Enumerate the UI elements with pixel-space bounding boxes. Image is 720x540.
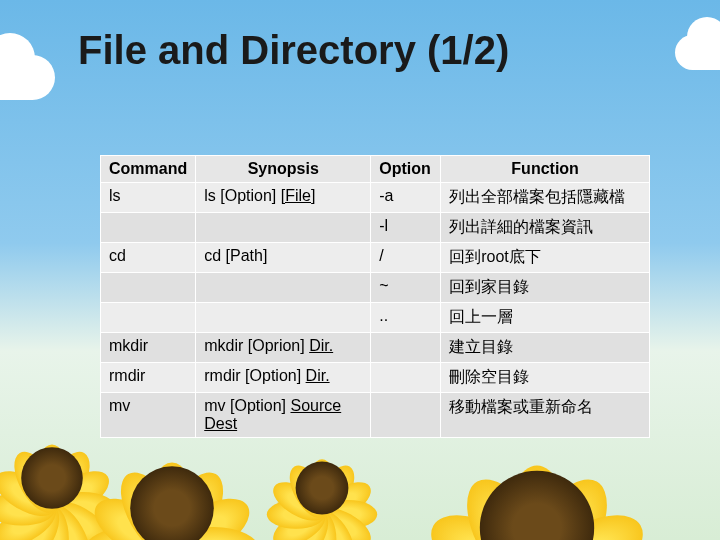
- cell-command: cd: [101, 243, 196, 273]
- table-row: cdcd [Path]/回到root底下: [101, 243, 650, 273]
- cell-command: ls: [101, 183, 196, 213]
- cell-command: [101, 303, 196, 333]
- cloud-decor: [675, 35, 720, 70]
- cell-synopsis: mv [Option] Source Dest: [196, 393, 371, 438]
- page-title: File and Directory (1/2): [78, 28, 509, 73]
- cell-synopsis: [196, 303, 371, 333]
- cell-function: 列出詳細的檔案資訊: [441, 213, 650, 243]
- cell-synopsis: cd [Path]: [196, 243, 371, 273]
- table-row: ..回上一層: [101, 303, 650, 333]
- cell-command: mv: [101, 393, 196, 438]
- cell-option: -l: [371, 213, 441, 243]
- cell-synopsis: rmdir [Option] Dir.: [196, 363, 371, 393]
- cell-option: /: [371, 243, 441, 273]
- table-row: lsls [Option] [File]-a列出全部檔案包括隱藏檔: [101, 183, 650, 213]
- table-row: ~回到家目錄: [101, 273, 650, 303]
- sunflower-decor: [480, 471, 594, 540]
- cell-function: 列出全部檔案包括隱藏檔: [441, 183, 650, 213]
- header-option: Option: [371, 156, 441, 183]
- cell-synopsis: [196, 213, 371, 243]
- header-function: Function: [441, 156, 650, 183]
- cell-option: ..: [371, 303, 441, 333]
- table-row: mvmv [Option] Source Dest移動檔案或重新命名: [101, 393, 650, 438]
- header-command: Command: [101, 156, 196, 183]
- cell-function: 建立目錄: [441, 333, 650, 363]
- cell-command: [101, 213, 196, 243]
- cell-command: mkdir: [101, 333, 196, 363]
- cloud-decor: [0, 55, 55, 100]
- table-row: rmdirrmdir [Option] Dir.刪除空目錄: [101, 363, 650, 393]
- cell-function: 回到家目錄: [441, 273, 650, 303]
- cell-function: 移動檔案或重新命名: [441, 393, 650, 438]
- cell-option: ~: [371, 273, 441, 303]
- command-table: Command Synopsis Option Function lsls [O…: [100, 155, 650, 438]
- cell-option: [371, 333, 441, 363]
- sunflower-decor: [21, 447, 83, 509]
- sunflower-decor: [296, 462, 349, 515]
- header-synopsis: Synopsis: [196, 156, 371, 183]
- cell-command: [101, 273, 196, 303]
- table-row: -l列出詳細的檔案資訊: [101, 213, 650, 243]
- cell-command: rmdir: [101, 363, 196, 393]
- cell-option: -a: [371, 183, 441, 213]
- table-row: mkdirmkdir [Oprion] Dir.建立目錄: [101, 333, 650, 363]
- cell-function: 回上一層: [441, 303, 650, 333]
- cell-option: [371, 363, 441, 393]
- cell-function: 回到root底下: [441, 243, 650, 273]
- sunflower-decor: [130, 466, 214, 540]
- cell-option: [371, 393, 441, 438]
- cell-function: 刪除空目錄: [441, 363, 650, 393]
- cell-synopsis: ls [Option] [File]: [196, 183, 371, 213]
- cell-synopsis: mkdir [Oprion] Dir.: [196, 333, 371, 363]
- cell-synopsis: [196, 273, 371, 303]
